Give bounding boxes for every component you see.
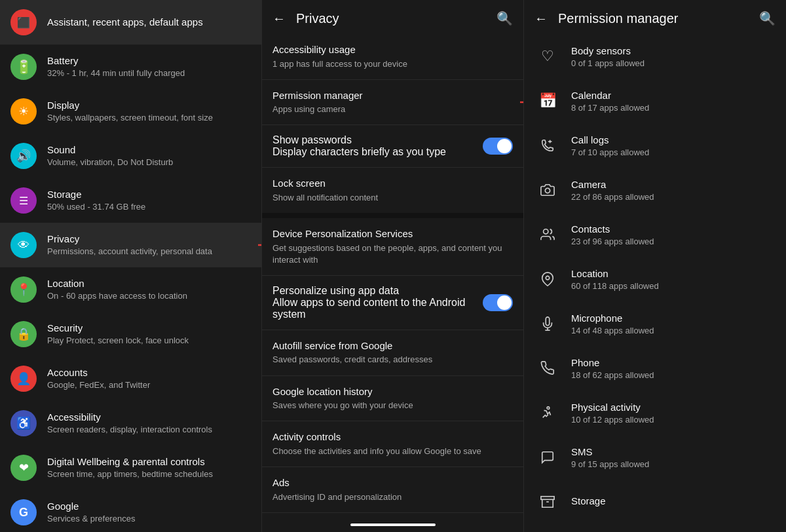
accessibility-icon: ♿ [10,410,37,436]
sidebar-item-privacy[interactable]: 👁 Privacy Permissions, account activity,… [0,223,261,267]
body-sensors-icon: ♡ [534,43,561,69]
menu-item-accessibility-usage[interactable]: Accessibility usage 1 app has full acces… [262,34,523,80]
perm-item-contacts[interactable]: Contacts 23 of 96 apps allowed [524,212,786,257]
sidebar-item-security[interactable]: 🔒 Security Play Protect, screen lock, fa… [0,312,261,356]
perm-title: Call logs [571,134,649,147]
sidebar-item-sound[interactable]: 🔊 Sound Volume, vibration, Do Not Distur… [0,134,261,178]
menu-item-subtitle: Get suggestions based on the people, app… [272,242,513,266]
sidebar-item-subtitle: On - 60 apps have access to location [47,291,187,302]
menu-item-title: Activity controls [272,430,513,444]
back-button[interactable]: ← [272,11,286,26]
sidebar-item-digitalwellbeing[interactable]: ❤ Digital Wellbeing & parental controls … [0,446,261,490]
sidebar-item-subtitle: Permissions, account activity, personal … [47,246,212,257]
privacy-icon: 👁 [10,232,37,258]
perm-item-storage[interactable]: Storage [524,480,786,524]
menu-item-title: Autofill service from Google [272,339,513,352]
menu-item-device-personalization[interactable]: Device Personalization Services Get sugg… [262,218,523,276]
perm-title: Contacts [571,223,654,236]
display-icon: ☀ [10,98,37,124]
sidebar-item-battery[interactable]: 🔋 Battery 32% - 1 hr, 44 min until fully… [0,45,261,89]
sidebar-item-display[interactable]: ☀ Display Styles, wallpapers, screen tim… [0,89,261,134]
sidebar-item-subtitle: Play Protect, screen lock, face unlock [47,335,189,347]
sidebar-item-label: Accessibility [47,411,212,424]
back-button-right[interactable]: ← [534,11,548,26]
perm-subtitle: 10 of 12 apps allowed [571,415,654,425]
sidebar-item-subtitle: Services & preferences [47,514,135,525]
sidebar-item-label: Sound [47,143,173,157]
sidebar-item-label: Digital Wellbeing & parental controls [47,455,213,468]
panel-title: Privacy [296,11,496,26]
perm-item-calendar[interactable]: 📅 Calendar 8 of 17 apps allowed [524,79,786,123]
right-panel: ← Permission manager 🔍 ♡ Body sensors 0 … [524,0,786,532]
camera-icon [534,177,561,203]
phone-icon [534,355,561,381]
perm-item-body-sensors[interactable]: ♡ Body sensors 0 of 1 apps allowed [524,34,786,79]
sidebar-item-label: Accounts [47,366,150,379]
perm-title: Storage [571,495,606,508]
sidebar-item-label: Location [47,277,187,290]
sidebar-item-label: Assistant, recent apps, default apps [47,16,203,29]
sidebar-item-google[interactable]: G Google Services & preferences [0,490,261,532]
sidebar-item-label: Privacy [47,233,212,246]
menu-item-subtitle: Saves where you go with your device [272,400,513,411]
permission-manager-header: ← Permission manager 🔍 [524,0,786,34]
perm-subtitle: 22 of 86 apps allowed [571,192,654,202]
sidebar-item-location[interactable]: 📍 Location On - 60 apps have access to l… [0,267,261,312]
personalize-toggle[interactable] [483,294,513,311]
storage-perm-icon [534,489,561,515]
svg-rect-10 [541,497,554,500]
middle-panel: ← Privacy 🔍 Accessibility usage 1 app ha… [262,0,524,532]
battery-icon: 🔋 [10,54,37,80]
perm-item-call-logs[interactable]: Call logs 7 of 10 apps allowed [524,123,786,168]
nav-pill [350,523,436,526]
svg-point-5 [544,229,548,234]
sidebar-item-label: Google [47,500,135,513]
sidebar-item-label: Battery [47,54,185,67]
menu-item-ads[interactable]: Ads Advertising ID and personalization [262,467,523,513]
menu-item-location-history[interactable]: Google location history Saves where you … [262,376,523,422]
search-button[interactable]: 🔍 [496,10,513,26]
sidebar-item-accounts[interactable]: 👤 Accounts Google, FedEx, and Twitter [0,356,261,401]
sidebar-item-assistant[interactable]: ⬛ Assistant, recent apps, default apps [0,0,261,45]
perm-item-phone[interactable]: Phone 18 of 62 apps allowed [524,346,786,390]
digitalwellbeing-icon: ❤ [10,455,37,481]
perm-subtitle: 18 of 62 apps allowed [571,370,654,380]
sidebar-item-accessibility[interactable]: ♿ Accessibility Screen readers, display,… [0,401,261,446]
menu-item-title: Lock screen [272,177,513,190]
menu-item-title: Device Personalization Services [272,227,513,240]
perm-subtitle: 8 of 17 apps allowed [571,103,649,113]
sidebar-item-subtitle: Styles, wallpapers, screen timeout, font… [47,113,213,124]
perm-item-sms[interactable]: SMS 9 of 15 apps allowed [524,435,786,480]
perm-subtitle: 23 of 96 apps allowed [571,237,654,246]
location-perm-icon [534,266,561,292]
perm-title: Body sensors [571,45,645,58]
perm-item-camera[interactable]: Camera 22 of 86 apps allowed [524,168,786,212]
storage-icon: ☰ [10,187,37,214]
perm-item-microphone[interactable]: Microphone 14 of 48 apps allowed [524,301,786,346]
menu-item-subtitle: Saved passwords, credit cards, addresses [272,354,513,366]
perm-item-physical-activity[interactable]: Physical activity 10 of 12 apps allowed [524,390,786,435]
sidebar-item-label: Security [47,322,189,335]
menu-item-title: Ads [272,476,513,489]
menu-item-personalize-app-data[interactable]: Personalize using app data Allow apps to… [262,276,523,330]
accounts-icon: 👤 [10,366,37,392]
perm-subtitle: 14 of 48 apps allowed [571,326,654,335]
menu-item-permission-manager[interactable]: Permission manager Apps using camera [262,80,523,126]
perm-title: Location [571,267,659,280]
sidebar-item-subtitle: 50% used - 31.74 GB free [47,202,145,213]
physical-activity-icon [534,400,561,426]
sidebar-item-storage[interactable]: ☰ Storage 50% used - 31.74 GB free [0,178,261,223]
menu-item-autofill[interactable]: Autofill service from Google Saved passw… [262,330,523,376]
show-passwords-toggle[interactable] [483,138,513,155]
sound-icon: 🔊 [10,143,37,169]
menu-item-lock-screen[interactable]: Lock screen Show all notification conten… [262,168,523,218]
red-arrow-annotation [255,235,262,255]
search-button-right[interactable]: 🔍 [759,10,776,26]
red-arrow-annotation-2 [517,92,524,112]
perm-item-location[interactable]: Location 60 of 118 apps allowed [524,257,786,301]
menu-item-title: Permission manager [272,89,513,102]
menu-item-show-passwords[interactable]: Show passwords Display characters briefl… [262,125,523,168]
perm-title: Phone [571,356,654,370]
menu-item-activity-controls[interactable]: Activity controls Choose the activities … [262,421,523,467]
calendar-icon: 📅 [534,88,561,114]
